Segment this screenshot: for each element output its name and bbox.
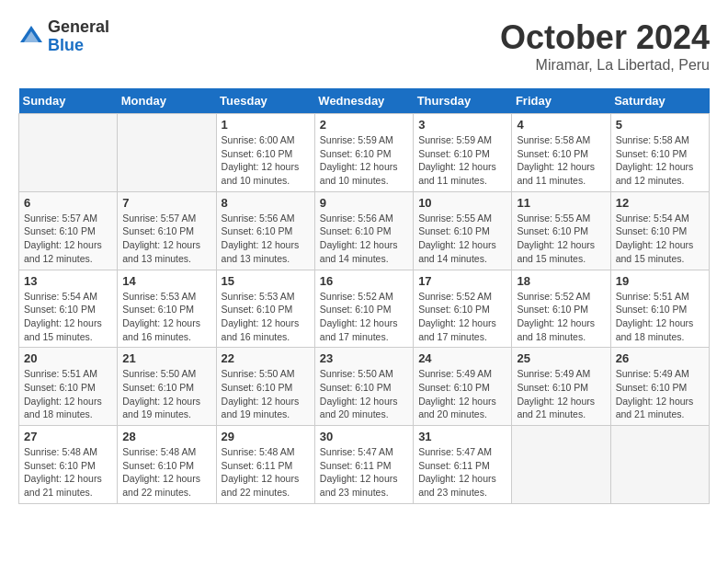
day-number: 5	[616, 118, 704, 132]
calendar-cell: 14Sunrise: 5:53 AM Sunset: 6:10 PM Dayli…	[118, 270, 216, 348]
day-info: Sunrise: 5:49 AM Sunset: 6:10 PM Dayligh…	[517, 367, 605, 421]
calendar-cell	[610, 426, 709, 504]
day-info: Sunrise: 5:48 AM Sunset: 6:11 PM Dayligh…	[222, 445, 310, 500]
day-number: 17	[418, 274, 506, 288]
day-info: Sunrise: 5:47 AM Sunset: 6:11 PM Dayligh…	[320, 445, 408, 500]
calendar-header-sunday: Sunday	[19, 88, 118, 114]
day-number: 7	[122, 196, 210, 210]
day-info: Sunrise: 5:58 AM Sunset: 6:10 PM Dayligh…	[616, 133, 704, 188]
day-info: Sunrise: 5:52 AM Sunset: 6:10 PM Dayligh…	[418, 290, 506, 344]
logo: General Blue	[18, 18, 109, 55]
calendar-cell: 25Sunrise: 5:49 AM Sunset: 6:10 PM Dayli…	[512, 348, 610, 426]
day-number: 2	[320, 118, 408, 132]
day-number: 4	[517, 118, 605, 132]
calendar-cell: 15Sunrise: 5:53 AM Sunset: 6:10 PM Dayli…	[216, 270, 314, 348]
day-number: 10	[418, 196, 506, 210]
day-number: 24	[418, 351, 506, 365]
day-number: 1	[222, 118, 310, 132]
calendar-cell: 10Sunrise: 5:55 AM Sunset: 6:10 PM Dayli…	[414, 191, 512, 270]
day-number: 27	[24, 430, 112, 443]
day-info: Sunrise: 5:52 AM Sunset: 6:10 PM Dayligh…	[517, 290, 605, 344]
day-info: Sunrise: 5:53 AM Sunset: 6:10 PM Dayligh…	[122, 290, 210, 344]
day-info: Sunrise: 5:48 AM Sunset: 6:10 PM Dayligh…	[122, 445, 210, 500]
day-number: 18	[517, 274, 605, 288]
day-info: Sunrise: 5:56 AM Sunset: 6:10 PM Dayligh…	[320, 212, 408, 266]
day-number: 20	[24, 351, 112, 365]
day-info: Sunrise: 5:59 AM Sunset: 6:10 PM Dayligh…	[418, 133, 506, 188]
day-info: Sunrise: 5:57 AM Sunset: 6:10 PM Dayligh…	[122, 212, 210, 266]
calendar-cell: 11Sunrise: 5:55 AM Sunset: 6:10 PM Dayli…	[512, 191, 610, 270]
calendar-header-monday: Monday	[118, 88, 216, 114]
calendar-cell: 31Sunrise: 5:47 AM Sunset: 6:11 PM Dayli…	[414, 426, 512, 504]
day-number: 12	[616, 196, 704, 210]
day-number: 28	[122, 430, 210, 443]
calendar-header-wednesday: Wednesday	[314, 88, 413, 114]
day-info: Sunrise: 5:48 AM Sunset: 6:10 PM Dayligh…	[24, 445, 112, 500]
month-title: October 2024	[500, 18, 710, 57]
day-number: 31	[418, 430, 506, 443]
calendar-cell: 26Sunrise: 5:49 AM Sunset: 6:10 PM Dayli…	[610, 348, 709, 426]
day-info: Sunrise: 5:49 AM Sunset: 6:10 PM Dayligh…	[418, 367, 506, 421]
day-info: Sunrise: 5:54 AM Sunset: 6:10 PM Dayligh…	[24, 290, 112, 344]
calendar-cell	[118, 114, 216, 192]
day-number: 25	[517, 351, 605, 365]
calendar-week-row: 6Sunrise: 5:57 AM Sunset: 6:10 PM Daylig…	[19, 191, 710, 270]
calendar-cell: 24Sunrise: 5:49 AM Sunset: 6:10 PM Dayli…	[414, 348, 512, 426]
logo-text: General Blue	[48, 18, 109, 55]
calendar-week-row: 13Sunrise: 5:54 AM Sunset: 6:10 PM Dayli…	[19, 270, 710, 348]
calendar-header-tuesday: Tuesday	[216, 88, 314, 114]
day-number: 8	[222, 196, 310, 210]
day-info: Sunrise: 5:55 AM Sunset: 6:10 PM Dayligh…	[418, 212, 506, 266]
calendar-cell: 28Sunrise: 5:48 AM Sunset: 6:10 PM Dayli…	[118, 426, 216, 504]
day-number: 21	[122, 351, 210, 365]
day-info: Sunrise: 5:59 AM Sunset: 6:10 PM Dayligh…	[320, 133, 408, 188]
logo-icon	[18, 24, 44, 50]
day-number: 30	[320, 430, 408, 443]
day-info: Sunrise: 5:47 AM Sunset: 6:11 PM Dayligh…	[418, 445, 506, 500]
calendar-cell: 29Sunrise: 5:48 AM Sunset: 6:11 PM Dayli…	[216, 426, 314, 504]
day-number: 6	[24, 196, 112, 210]
calendar-week-row: 1Sunrise: 6:00 AM Sunset: 6:10 PM Daylig…	[19, 114, 710, 192]
calendar-cell: 4Sunrise: 5:58 AM Sunset: 6:10 PM Daylig…	[512, 114, 610, 192]
calendar-cell: 30Sunrise: 5:47 AM Sunset: 6:11 PM Dayli…	[314, 426, 413, 504]
day-info: Sunrise: 5:51 AM Sunset: 6:10 PM Dayligh…	[24, 367, 112, 421]
day-info: Sunrise: 5:53 AM Sunset: 6:10 PM Dayligh…	[222, 290, 310, 344]
day-info: Sunrise: 5:55 AM Sunset: 6:10 PM Dayligh…	[517, 212, 605, 266]
calendar-cell: 23Sunrise: 5:50 AM Sunset: 6:10 PM Dayli…	[314, 348, 413, 426]
day-number: 22	[222, 351, 310, 365]
calendar-week-row: 20Sunrise: 5:51 AM Sunset: 6:10 PM Dayli…	[19, 348, 710, 426]
day-number: 23	[320, 351, 408, 365]
calendar-cell: 17Sunrise: 5:52 AM Sunset: 6:10 PM Dayli…	[414, 270, 512, 348]
day-number: 9	[320, 196, 408, 210]
day-number: 3	[418, 118, 506, 132]
calendar-cell: 6Sunrise: 5:57 AM Sunset: 6:10 PM Daylig…	[19, 191, 118, 270]
day-info: Sunrise: 5:50 AM Sunset: 6:10 PM Dayligh…	[122, 367, 210, 421]
calendar-header-thursday: Thursday	[414, 88, 512, 114]
calendar-header-friday: Friday	[512, 88, 610, 114]
day-number: 29	[222, 430, 310, 443]
calendar-cell: 1Sunrise: 6:00 AM Sunset: 6:10 PM Daylig…	[216, 114, 314, 192]
calendar-cell: 27Sunrise: 5:48 AM Sunset: 6:10 PM Dayli…	[19, 426, 118, 504]
day-number: 11	[517, 196, 605, 210]
calendar-week-row: 27Sunrise: 5:48 AM Sunset: 6:10 PM Dayli…	[19, 426, 710, 504]
day-info: Sunrise: 5:52 AM Sunset: 6:10 PM Dayligh…	[320, 290, 408, 344]
title-block: October 2024 Miramar, La Libertad, Peru	[500, 18, 710, 74]
day-info: Sunrise: 5:51 AM Sunset: 6:10 PM Dayligh…	[616, 290, 704, 344]
calendar-cell: 13Sunrise: 5:54 AM Sunset: 6:10 PM Dayli…	[19, 270, 118, 348]
day-info: Sunrise: 5:58 AM Sunset: 6:10 PM Dayligh…	[517, 133, 605, 188]
calendar-cell: 19Sunrise: 5:51 AM Sunset: 6:10 PM Dayli…	[610, 270, 709, 348]
calendar-cell: 3Sunrise: 5:59 AM Sunset: 6:10 PM Daylig…	[414, 114, 512, 192]
day-number: 19	[616, 274, 704, 288]
calendar-cell: 18Sunrise: 5:52 AM Sunset: 6:10 PM Dayli…	[512, 270, 610, 348]
calendar-cell: 20Sunrise: 5:51 AM Sunset: 6:10 PM Dayli…	[19, 348, 118, 426]
day-info: Sunrise: 5:57 AM Sunset: 6:10 PM Dayligh…	[24, 212, 112, 266]
calendar-cell: 22Sunrise: 5:50 AM Sunset: 6:10 PM Dayli…	[216, 348, 314, 426]
calendar-cell: 21Sunrise: 5:50 AM Sunset: 6:10 PM Dayli…	[118, 348, 216, 426]
calendar-cell: 9Sunrise: 5:56 AM Sunset: 6:10 PM Daylig…	[314, 191, 413, 270]
logo-blue: Blue	[48, 37, 109, 55]
day-info: Sunrise: 6:00 AM Sunset: 6:10 PM Dayligh…	[222, 133, 310, 188]
calendar-header-row: SundayMondayTuesdayWednesdayThursdayFrid…	[19, 88, 710, 114]
day-info: Sunrise: 5:50 AM Sunset: 6:10 PM Dayligh…	[222, 367, 310, 421]
day-number: 15	[222, 274, 310, 288]
calendar-cell	[512, 426, 610, 504]
